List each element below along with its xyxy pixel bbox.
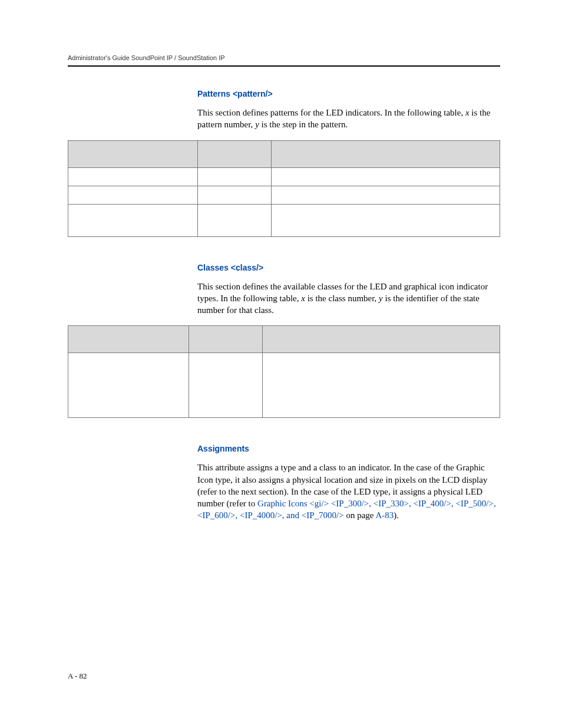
table-header-cell <box>271 140 500 167</box>
table-row <box>68 204 500 236</box>
var-x: x <box>465 108 470 117</box>
page-number: A - 82 <box>68 671 87 681</box>
table-cell <box>68 167 198 186</box>
classes-table <box>68 325 500 418</box>
table-cell <box>197 204 271 236</box>
assignments-body: This attribute assigns a type and a clas… <box>197 462 500 521</box>
table-cell <box>68 353 189 418</box>
table-row <box>68 353 500 418</box>
table-cell <box>197 186 271 204</box>
patterns-body: This section defines patterns for the LE… <box>197 107 500 131</box>
assignments-section: Assignments This attribute assigns a typ… <box>197 444 500 521</box>
classes-section: Classes <class/> This section defines th… <box>197 263 500 317</box>
text: is the step in the pattern. <box>259 120 348 129</box>
table-header-cell <box>189 326 263 353</box>
text: ). <box>394 510 399 520</box>
table-row <box>68 186 500 204</box>
table-cell <box>189 353 263 418</box>
table-cell <box>197 167 271 186</box>
assignments-heading: Assignments <box>197 444 500 453</box>
table-header-cell <box>68 326 189 353</box>
patterns-section: Patterns <pattern/> This section defines… <box>197 89 500 131</box>
table-header-cell <box>68 140 198 167</box>
table-cell <box>68 186 198 204</box>
var-y: y <box>255 120 259 129</box>
table-header-cell <box>262 326 500 353</box>
table-header-row <box>68 140 500 167</box>
table-cell <box>68 204 198 236</box>
table-cell <box>271 204 500 236</box>
var-y: y <box>379 294 383 303</box>
table-cell <box>271 186 500 204</box>
running-header: Administrator's Guide SoundPoint IP / So… <box>68 54 500 61</box>
header-rule <box>68 65 500 67</box>
classes-heading: Classes <class/> <box>197 263 500 272</box>
table-cell <box>271 167 500 186</box>
patterns-table <box>68 140 500 237</box>
table-header-row <box>68 326 500 353</box>
page-content: Administrator's Guide SoundPoint IP / So… <box>0 0 562 522</box>
table-cell <box>262 353 500 418</box>
text: This section defines patterns for the LE… <box>197 108 465 117</box>
table-header-cell <box>197 140 271 167</box>
text: is the class number, <box>305 294 379 303</box>
page-ref-link[interactable]: A-83 <box>375 510 394 520</box>
var-x: x <box>301 294 305 303</box>
classes-body: This section defines the available class… <box>197 281 500 317</box>
table-row <box>68 167 500 186</box>
text: on page <box>344 510 376 520</box>
patterns-heading: Patterns <pattern/> <box>197 89 500 98</box>
